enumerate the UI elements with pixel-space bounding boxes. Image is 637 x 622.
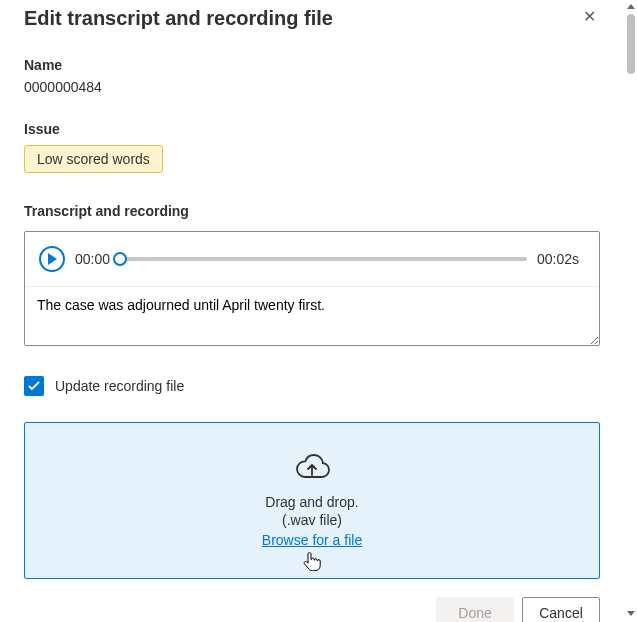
dropzone-text-2: (.wav file) bbox=[282, 512, 342, 528]
name-label: Name bbox=[24, 57, 600, 73]
edit-transcript-dialog: Edit transcript and recording file ✕ Nam… bbox=[0, 0, 624, 622]
duration: 00:02s bbox=[537, 251, 579, 267]
current-time: 00:00 bbox=[75, 251, 110, 267]
check-icon bbox=[28, 381, 40, 391]
update-recording-checkbox[interactable] bbox=[24, 376, 44, 396]
seek-track bbox=[120, 257, 527, 261]
browse-file-link[interactable]: Browse for a file bbox=[262, 532, 362, 548]
vertical-scrollbar[interactable] bbox=[627, 2, 635, 618]
done-button[interactable]: Done bbox=[436, 597, 514, 622]
play-button[interactable] bbox=[39, 246, 65, 272]
transcript-label: Transcript and recording bbox=[24, 203, 600, 219]
update-recording-row: Update recording file bbox=[24, 376, 600, 396]
dialog-header: Edit transcript and recording file ✕ bbox=[24, 5, 600, 31]
scroll-down-icon[interactable] bbox=[627, 611, 635, 616]
update-recording-label[interactable]: Update recording file bbox=[55, 378, 184, 394]
name-value: 0000000484 bbox=[24, 79, 600, 95]
dialog-title: Edit transcript and recording file bbox=[24, 5, 333, 31]
scroll-up-icon[interactable] bbox=[627, 4, 635, 9]
file-drop-zone[interactable]: Drag and drop. (.wav file) Browse for a … bbox=[24, 422, 600, 579]
play-icon bbox=[47, 253, 58, 265]
seek-thumb[interactable] bbox=[113, 252, 127, 266]
issue-tag: Low scored words bbox=[24, 145, 163, 173]
transcript-textarea[interactable] bbox=[25, 287, 599, 345]
issue-label: Issue bbox=[24, 121, 600, 137]
dialog-footer: Done Cancel bbox=[24, 597, 600, 622]
close-button[interactable]: ✕ bbox=[579, 7, 600, 27]
cancel-button[interactable]: Cancel bbox=[522, 597, 600, 622]
seek-slider[interactable] bbox=[120, 252, 527, 266]
dropzone-text-1: Drag and drop. bbox=[265, 494, 358, 510]
close-icon: ✕ bbox=[583, 8, 596, 25]
pointer-cursor-icon bbox=[303, 551, 321, 574]
cloud-upload-icon bbox=[292, 453, 332, 486]
scrollbar-thumb[interactable] bbox=[627, 14, 635, 74]
transcript-box: 00:00 00:02s bbox=[24, 231, 600, 346]
audio-player: 00:00 00:02s bbox=[25, 232, 599, 287]
